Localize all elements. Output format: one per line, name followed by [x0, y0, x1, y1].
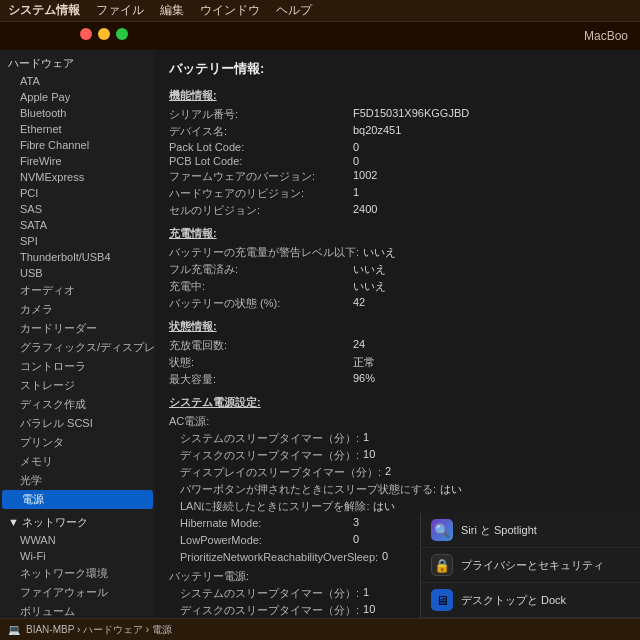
sidebar-item-wwan[interactable]: WWAN [0, 532, 155, 548]
sidebar-item-audio[interactable]: オーディオ [0, 281, 155, 300]
info-row: デバイス名: bq20z451 [169, 124, 626, 139]
section-power-settings: システム電源設定: [169, 395, 626, 410]
sidebar-item-camera[interactable]: カメラ [0, 300, 155, 319]
traffic-lights [80, 28, 128, 40]
minimize-button[interactable] [98, 28, 110, 40]
sidebar-item-card-reader[interactable]: カードリーダー [0, 319, 155, 338]
detail-title: バッテリー情報: [169, 60, 626, 78]
info-row: 充電中: いいえ [169, 279, 626, 294]
notif-desktop-label: デスクトップと Dock [461, 593, 566, 608]
info-row: セルのリビジョン: 2400 [169, 203, 626, 218]
sidebar-item-usb[interactable]: USB [0, 265, 155, 281]
menu-help[interactable]: ヘルプ [276, 2, 312, 19]
sidebar-item-power[interactable]: 電源 [2, 490, 153, 509]
notification-panel: 🔍 Siri と Spotlight 🔒 プライバシーとセキュリティ 🖥 デスク… [420, 513, 640, 618]
sidebar-item-disc-create[interactable]: ディスク作成 [0, 395, 155, 414]
section-status: 状態情報: [169, 319, 626, 334]
info-row: バッテリーの充電量が警告レベル以下: いいえ [169, 245, 626, 260]
sidebar-item-nvmexpress[interactable]: NVMExpress [0, 169, 155, 185]
sidebar-item-firewall[interactable]: ファイアウォール [0, 583, 155, 602]
breadcrumb: BIAN-MBP › ハードウェア › 電源 [26, 623, 172, 637]
info-row: Pack Lot Code: 0 [169, 141, 626, 153]
menu-file[interactable]: ファイル [96, 2, 144, 19]
sidebar: ハードウェア ATA Apple Pay Bluetooth Ethernet … [0, 50, 155, 618]
info-row: LANに接続したときにスリープを解除: はい [169, 499, 626, 514]
info-row: PCB Lot Code: 0 [169, 155, 626, 167]
section-charge: 充電情報: [169, 226, 626, 241]
statusbar: 💻 BIAN-MBP › ハードウェア › 電源 [0, 618, 640, 640]
info-row: 充放電回数: 24 [169, 338, 626, 353]
sidebar-item-pci[interactable]: PCI [0, 185, 155, 201]
info-row: ディスプレイのスリープタイマー（分）: 2 [169, 465, 626, 480]
sidebar-item-network-env[interactable]: ネットワーク環境 [0, 564, 155, 583]
info-row: シリアル番号: F5D15031X96KGGJBD [169, 107, 626, 122]
menu-edit[interactable]: 編集 [160, 2, 184, 19]
sidebar-item-ata[interactable]: ATA [0, 73, 155, 89]
notif-siri-label: Siri と Spotlight [461, 523, 537, 538]
menu-system-info[interactable]: システム情報 [8, 2, 80, 19]
sidebar-item-ethernet[interactable]: Ethernet [0, 121, 155, 137]
sidebar-item-memory[interactable]: メモリ [0, 452, 155, 471]
notif-desktop[interactable]: 🖥 デスクトップと Dock [421, 583, 640, 618]
ac-power-header: AC電源: [169, 414, 626, 429]
info-row: ハードウェアのリビジョン: 1 [169, 186, 626, 201]
siri-icon: 🔍 [431, 519, 453, 541]
sidebar-section-hardware: ハードウェア [0, 54, 155, 73]
sidebar-item-wifi[interactable]: Wi-Fi [0, 548, 155, 564]
sidebar-item-storage[interactable]: ストレージ [0, 376, 155, 395]
info-row: 最大容量: 96% [169, 372, 626, 387]
close-button[interactable] [80, 28, 92, 40]
notif-privacy[interactable]: 🔒 プライバシーとセキュリティ [421, 548, 640, 583]
info-row: フル充電済み: いいえ [169, 262, 626, 277]
menubar: システム情報 ファイル 編集 ウインドウ ヘルプ [0, 0, 640, 22]
info-row: パワーボタンが押されたときにスリープ状態にする: はい [169, 482, 626, 497]
sidebar-item-apple-pay[interactable]: Apple Pay [0, 89, 155, 105]
sidebar-item-graphics[interactable]: グラフィックス/ディスプレイ [0, 338, 155, 357]
menu-window[interactable]: ウインドウ [200, 2, 260, 19]
sidebar-item-optical[interactable]: 光学 [0, 471, 155, 490]
privacy-icon: 🔒 [431, 554, 453, 576]
info-row: ディスクのスリープタイマー（分）: 10 [169, 448, 626, 463]
sidebar-item-bluetooth[interactable]: Bluetooth [0, 105, 155, 121]
sidebar-item-sata[interactable]: SATA [0, 217, 155, 233]
sidebar-section-network: ▼ ネットワーク [0, 513, 155, 532]
sidebar-item-firewire[interactable]: FireWire [0, 153, 155, 169]
sidebar-item-sas[interactable]: SAS [0, 201, 155, 217]
zoom-button[interactable] [116, 28, 128, 40]
breadcrumb-icon: 💻 [8, 624, 20, 635]
sidebar-item-controller[interactable]: コントローラ [0, 357, 155, 376]
sidebar-item-parallel-scsi[interactable]: パラレル SCSI [0, 414, 155, 433]
window-title: MacBoo [584, 29, 628, 43]
sidebar-item-volume[interactable]: ボリューム [0, 602, 155, 618]
desktop-icon: 🖥 [431, 589, 453, 611]
info-row: システムのスリープタイマー（分）: 1 [169, 431, 626, 446]
info-row: ファームウェアのバージョン: 1002 [169, 169, 626, 184]
info-row: バッテリーの状態 (%): 42 [169, 296, 626, 311]
info-row: 状態: 正常 [169, 355, 626, 370]
notif-privacy-label: プライバシーとセキュリティ [461, 558, 604, 573]
sidebar-item-thunderbolt[interactable]: Thunderbolt/USB4 [0, 249, 155, 265]
section-features: 機能情報: [169, 88, 626, 103]
sidebar-item-printer[interactable]: プリンタ [0, 433, 155, 452]
notif-siri[interactable]: 🔍 Siri と Spotlight [421, 513, 640, 548]
sidebar-item-spi[interactable]: SPI [0, 233, 155, 249]
sidebar-item-fibre-channel[interactable]: Fibre Channel [0, 137, 155, 153]
